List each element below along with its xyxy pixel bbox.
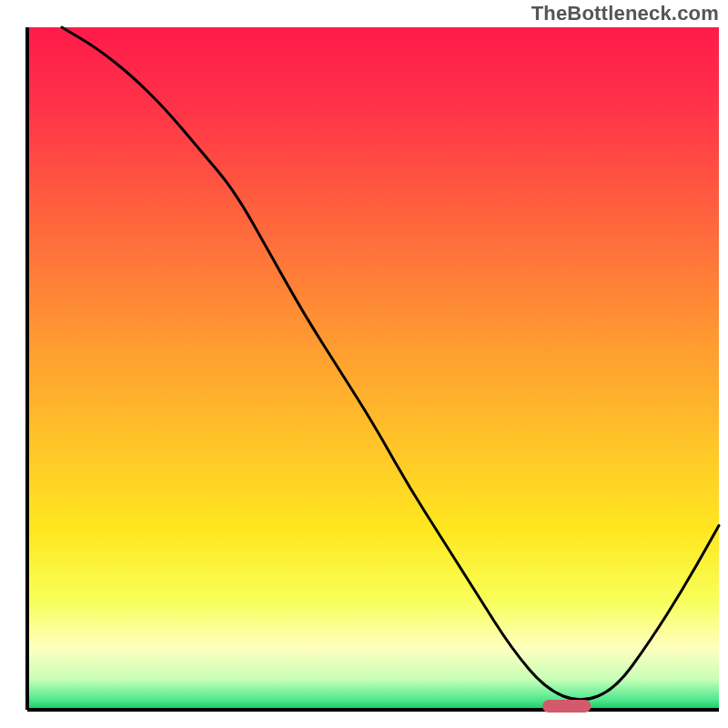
chart-background	[27, 27, 719, 710]
chart-container: TheBottleneck.com	[0, 0, 728, 728]
bottleneck-chart	[0, 0, 728, 728]
optimal-marker	[542, 700, 591, 713]
